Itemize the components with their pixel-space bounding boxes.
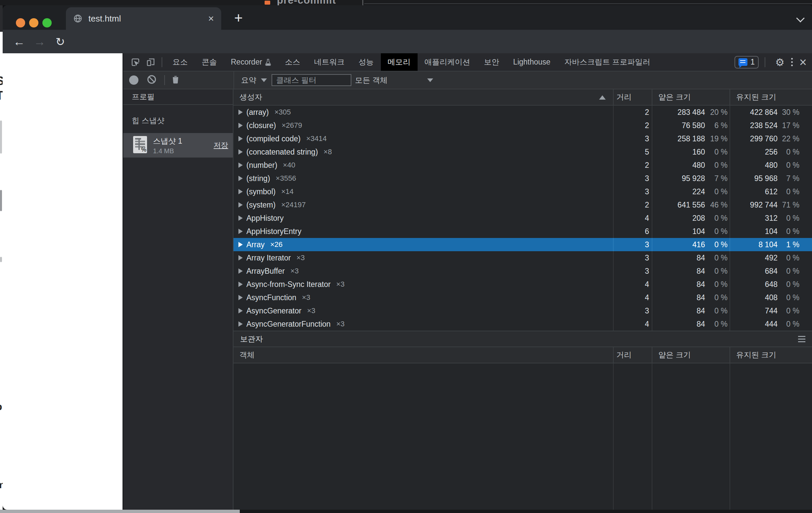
shallow-size-value: 283 484 bbox=[652, 108, 705, 117]
column-header-retained-size[interactable]: 유지된 크기 bbox=[729, 89, 812, 105]
table-row[interactable]: (closure) ×2679 2 76 580 6 % 238 524 17 … bbox=[233, 119, 812, 132]
forward-button[interactable]: → bbox=[30, 30, 49, 53]
table-row[interactable]: (number) ×40 2 480 0 % 480 0 % bbox=[233, 158, 812, 172]
devtools-tab[interactable]: 자바스크립트 프로파일러 bbox=[557, 53, 657, 71]
table-row[interactable]: (concatenated string) ×8 5 160 0 % 256 0… bbox=[233, 145, 812, 158]
devtools-tab[interactable]: Lighthouse bbox=[506, 53, 558, 71]
reload-button[interactable]: ↻ bbox=[51, 30, 69, 53]
back-button[interactable]: ← bbox=[10, 30, 28, 53]
devtools-tab[interactable]: 보안 bbox=[477, 53, 506, 71]
table-row[interactable]: Array ×26 3 416 0 % 8 104 1 % bbox=[233, 238, 812, 251]
retained-size-value: 312 bbox=[730, 214, 778, 223]
table-row[interactable]: AsyncGenerator ×3 3 84 0 % 744 0 % bbox=[233, 304, 812, 318]
devtools-tab[interactable]: 메모리 bbox=[381, 53, 417, 71]
sort-ascending-icon bbox=[599, 95, 606, 100]
class-filter-input[interactable] bbox=[271, 74, 351, 86]
shallow-size-value: 84 bbox=[652, 253, 705, 263]
tab-close-icon[interactable]: × bbox=[208, 13, 214, 24]
retained-size-percent: 0 % bbox=[778, 253, 800, 263]
shallow-size-value: 95 928 bbox=[652, 174, 705, 183]
expand-triangle-icon[interactable] bbox=[238, 189, 243, 194]
take-snapshot-icon[interactable] bbox=[129, 76, 138, 85]
distance-value: 6 bbox=[613, 225, 652, 238]
table-row[interactable]: AsyncFunction ×3 4 84 0 % 408 0 % bbox=[233, 291, 812, 304]
expand-triangle-icon[interactable] bbox=[238, 136, 243, 141]
column-header-object[interactable]: 객체 bbox=[233, 347, 613, 363]
table-row[interactable]: (system) ×24197 2 641 556 46 % 992 744 7… bbox=[233, 198, 812, 211]
expand-triangle-icon[interactable] bbox=[238, 229, 243, 234]
expand-triangle-icon[interactable] bbox=[238, 149, 243, 155]
clipped-text-fragment: T bbox=[0, 89, 3, 102]
table-row[interactable]: AppHistory 4 208 0 % 312 0 % bbox=[233, 211, 812, 225]
devtools-tab[interactable]: Recorder bbox=[224, 53, 278, 71]
table-row[interactable]: Array Iterator ×3 3 84 0 % 492 0 % bbox=[233, 251, 812, 265]
clear-profiles-icon[interactable] bbox=[146, 74, 157, 86]
table-row[interactable]: (array) ×305 2 283 484 20 % 422 864 30 % bbox=[233, 105, 812, 119]
new-tab-button[interactable]: + bbox=[231, 10, 246, 27]
retained-size-percent: 71 % bbox=[778, 201, 800, 210]
devtools-tab-label: 네트워크 bbox=[314, 57, 345, 67]
delete-profile-icon[interactable] bbox=[171, 74, 180, 86]
table-row[interactable]: Async-from-Sync Iterator ×3 4 84 0 % 648… bbox=[233, 278, 812, 291]
constructor-name: (array) bbox=[246, 108, 269, 117]
expand-triangle-icon[interactable] bbox=[238, 110, 243, 115]
devtools-tab[interactable]: 애플리케이션 bbox=[417, 53, 477, 71]
expand-triangle-icon[interactable] bbox=[238, 123, 243, 128]
heap-view-controls: 요약 모든 객체 bbox=[234, 71, 541, 89]
shallow-size-percent: 0 % bbox=[705, 187, 728, 196]
retained-size-value: 992 744 bbox=[730, 201, 778, 210]
instance-count: ×14 bbox=[281, 187, 293, 196]
table-row[interactable]: AsyncGeneratorFunction ×3 4 84 0 % 444 0… bbox=[233, 318, 812, 331]
tab-search-chevron-icon[interactable] bbox=[796, 14, 804, 22]
devtools-close-icon[interactable]: × bbox=[800, 57, 807, 67]
inspect-element-icon[interactable] bbox=[128, 56, 143, 69]
devtools-menu-icon[interactable] bbox=[791, 58, 793, 66]
column-header-shallow-size[interactable]: 얕은 크기 bbox=[652, 347, 729, 363]
settings-gear-icon[interactable]: ⚙ bbox=[775, 56, 784, 68]
distance-value: 3 bbox=[613, 238, 652, 251]
devtools-tab-label: 보안 bbox=[484, 57, 499, 67]
retained-size-value: 238 524 bbox=[730, 121, 778, 130]
devtools-tab[interactable]: 콘솔 bbox=[195, 53, 224, 71]
expand-triangle-icon[interactable] bbox=[238, 308, 243, 313]
snapshot-item[interactable]: % 스냅샷 1 1.4 MB 저장 bbox=[123, 133, 233, 157]
snapshot-size: 1.4 MB bbox=[153, 147, 213, 155]
table-row[interactable]: AppHistoryEntry 6 104 0 % 104 0 % bbox=[233, 225, 812, 238]
expand-triangle-icon[interactable] bbox=[238, 162, 243, 168]
column-header-shallow-size[interactable]: 얕은 크기 bbox=[652, 89, 729, 105]
devtools-tab[interactable]: 소스 bbox=[278, 53, 307, 71]
column-header-distance[interactable]: 거리 bbox=[613, 347, 652, 363]
traffic-light-zoom[interactable] bbox=[42, 18, 52, 28]
issues-badge[interactable]: 1 bbox=[734, 56, 759, 68]
device-toolbar-icon[interactable] bbox=[143, 56, 158, 69]
devtools-tab[interactable]: 네트워크 bbox=[307, 53, 352, 71]
browser-tab[interactable]: test.html × bbox=[66, 7, 221, 30]
expand-triangle-icon[interactable] bbox=[238, 268, 243, 274]
retainers-menu-icon[interactable] bbox=[798, 336, 805, 342]
table-row[interactable]: ArrayBuffer ×3 3 84 0 % 684 0 % bbox=[233, 265, 812, 278]
table-row[interactable]: (string) ×3556 3 95 928 7 % 95 968 7 % bbox=[233, 172, 812, 185]
expand-triangle-icon[interactable] bbox=[238, 215, 243, 221]
column-header-constructor[interactable]: 생성자 bbox=[233, 89, 613, 105]
object-filter-select[interactable]: 모든 객체 bbox=[355, 75, 541, 85]
column-header-retained-size[interactable]: 유지된 크기 bbox=[729, 347, 812, 363]
save-snapshot-link[interactable]: 저장 bbox=[213, 140, 228, 150]
expand-triangle-icon[interactable] bbox=[238, 202, 243, 208]
expand-triangle-icon[interactable] bbox=[238, 282, 243, 287]
traffic-light-minimize[interactable] bbox=[29, 18, 38, 28]
devtools-tab[interactable]: 요소 bbox=[166, 53, 195, 71]
expand-triangle-icon[interactable] bbox=[238, 242, 243, 247]
perspective-select[interactable]: 요약 bbox=[241, 75, 267, 85]
table-row[interactable]: (compiled code) ×3414 3 258 188 19 % 299… bbox=[233, 132, 812, 145]
expand-triangle-icon[interactable] bbox=[238, 255, 243, 261]
column-header-distance[interactable]: 거리 bbox=[613, 89, 652, 105]
table-row[interactable]: (symbol) ×14 3 224 0 % 612 0 % bbox=[233, 185, 812, 198]
devtools-tab[interactable]: 성능 bbox=[352, 53, 381, 71]
devtools-tab-label: 콘솔 bbox=[202, 57, 217, 67]
expand-triangle-icon[interactable] bbox=[238, 321, 243, 327]
webpage-viewport[interactable] bbox=[3, 53, 122, 510]
expand-triangle-icon[interactable] bbox=[238, 176, 243, 181]
devtools-tab-label: 요소 bbox=[173, 57, 188, 67]
expand-triangle-icon[interactable] bbox=[238, 295, 243, 300]
traffic-light-close[interactable] bbox=[16, 18, 25, 28]
